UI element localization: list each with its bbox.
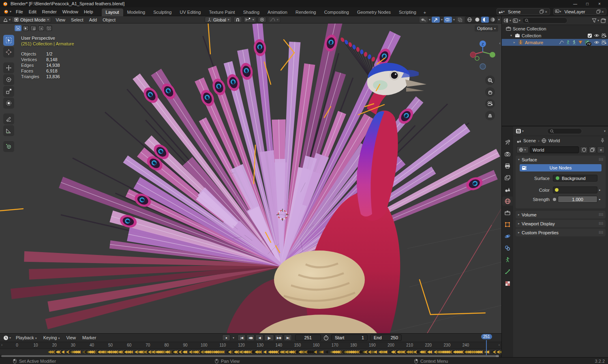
outliner-display-mode-button[interactable]: ▾ xyxy=(503,18,511,23)
tab-layout[interactable]: Layout xyxy=(102,9,123,16)
keyframe-marker[interactable]: ◀ xyxy=(61,349,63,354)
shading-material-button[interactable] xyxy=(481,17,489,23)
keyframe-marker[interactable]: ◀ xyxy=(372,349,374,354)
tab-object-constraint-properties[interactable] xyxy=(502,244,513,253)
tab-scripting[interactable]: Scripting xyxy=(395,9,420,16)
next-keyframe-button[interactable]: ▶◆ xyxy=(275,334,283,341)
menu-edit[interactable]: Edit xyxy=(26,9,39,15)
object-visibility-dropdown[interactable] xyxy=(420,17,428,23)
annotate-tool[interactable] xyxy=(3,113,14,124)
render-visibility-camera-icon[interactable] xyxy=(601,33,606,38)
keyframe-marker[interactable]: ◀ xyxy=(258,349,260,354)
timeline-menu-marker[interactable]: Marker xyxy=(79,335,99,340)
select-box-tool[interactable] xyxy=(3,35,14,46)
add-cube-tool[interactable] xyxy=(3,141,14,152)
copy-icon[interactable] xyxy=(596,9,601,14)
timeline-ruler[interactable]: › ‹ 010203040506070809010011012013014015… xyxy=(0,342,501,349)
close-button[interactable]: × xyxy=(593,0,606,7)
previous-keyframe-button[interactable]: ◀◆ xyxy=(246,334,255,341)
options-dropdown[interactable]: Options ▾ xyxy=(475,25,498,32)
timeline-menu-keying[interactable]: Keying ▾ xyxy=(41,335,63,340)
viewport-menu-select[interactable]: Select xyxy=(68,17,86,22)
timeline-menu-playback[interactable]: Playback ▾ xyxy=(13,335,40,340)
breadcrumb-world[interactable]: World xyxy=(548,138,560,143)
tab-shading[interactable]: Shading xyxy=(239,9,263,16)
tab-sculpting[interactable]: Sculpting xyxy=(149,9,176,16)
tab-uv-editing[interactable]: UV Editing xyxy=(176,9,205,16)
overlays-toggle[interactable] xyxy=(444,17,452,23)
new-collection-button[interactable] xyxy=(601,18,606,23)
camera-view-button[interactable] xyxy=(485,99,495,109)
playhead[interactable]: 251 xyxy=(481,334,492,339)
keyframe-marker[interactable]: ◀ xyxy=(384,349,386,354)
record-button[interactable]: ● xyxy=(222,334,230,341)
shading-rendered-button[interactable] xyxy=(489,17,497,23)
keyframe-marker[interactable]: ◀ xyxy=(77,349,79,354)
panel-grip-icon[interactable]: ⠿⠿ xyxy=(599,158,603,162)
copy-icon[interactable] xyxy=(539,9,544,14)
tab-bone-properties[interactable] xyxy=(502,267,513,276)
select-mode-set[interactable] xyxy=(15,25,21,31)
surface-value-dropdown[interactable]: Background xyxy=(553,175,597,182)
world-browse-button[interactable]: ▾ xyxy=(516,146,529,153)
end-frame-field[interactable]: End250 xyxy=(370,334,402,341)
tab-world-properties[interactable] xyxy=(502,197,513,206)
tab-rendering[interactable]: Rendering xyxy=(291,9,320,16)
select-mode-intersect[interactable] xyxy=(45,25,52,31)
keyframe-marker[interactable]: ◀ xyxy=(184,349,186,354)
falloff-dropdown[interactable]: ▾ xyxy=(268,17,280,23)
editor-type-button[interactable]: ▾ xyxy=(2,17,12,22)
exclude-checkbox[interactable] xyxy=(587,33,592,38)
keyframe-marker[interactable]: ◀ xyxy=(312,349,314,354)
properties-editor-type-button[interactable]: ▾ xyxy=(516,128,524,134)
pin-icon[interactable] xyxy=(600,138,605,143)
shading-wireframe-button[interactable] xyxy=(466,17,473,23)
blender-menu-button[interactable]: ▾ xyxy=(2,9,13,14)
play-reverse-button[interactable]: ◀ xyxy=(255,334,263,341)
transform-orientation-dropdown[interactable]: Global ▾ xyxy=(205,17,232,23)
outliner-row-armature[interactable]: ▸ Armature 72 xyxy=(502,39,608,46)
keyframe-marker[interactable]: ◀ xyxy=(477,349,480,354)
menu-help[interactable]: Help xyxy=(81,9,96,15)
viewport-menu-view[interactable]: View xyxy=(53,17,68,22)
minimize-button[interactable]: — xyxy=(569,0,581,7)
snap-toggle[interactable] xyxy=(233,17,242,23)
keyframe-marker[interactable]: ◀ xyxy=(429,349,431,354)
3d-viewport[interactable]: User Perspective (251) Collection | Arma… xyxy=(0,24,501,333)
snapping-dropdown[interactable]: ▾ xyxy=(244,17,256,23)
tab-scene-properties[interactable] xyxy=(502,185,513,194)
fake-user-button[interactable] xyxy=(580,146,588,153)
start-frame-field[interactable]: Start1 xyxy=(331,334,368,341)
custom-properties-panel-header[interactable]: ▸ Custom Properties ⠿⠿ xyxy=(516,229,606,236)
keyframe-marker[interactable]: ◀ xyxy=(374,349,376,354)
jump-to-start-button[interactable]: |◀ xyxy=(238,334,246,341)
keyframe-marker[interactable]: ◀ xyxy=(382,349,384,354)
keyframe-marker[interactable]: ◀ xyxy=(314,349,316,354)
outliner-filter-button[interactable]: ▾ xyxy=(592,18,599,23)
remove-viewlayer-icon[interactable]: × xyxy=(601,9,605,14)
tab-object-data-properties[interactable] xyxy=(502,255,513,264)
move-tool[interactable] xyxy=(3,62,14,73)
tab-output-properties[interactable] xyxy=(502,161,513,170)
unlink-scene-icon[interactable]: × xyxy=(544,9,548,14)
keyframe-marker[interactable]: ◀ xyxy=(480,349,482,354)
properties-search-input[interactable] xyxy=(547,128,582,134)
xray-toggle[interactable] xyxy=(456,17,464,23)
hide-eye-icon[interactable] xyxy=(594,33,599,38)
tab-collection-properties[interactable] xyxy=(502,208,513,217)
tab-animation[interactable]: Animation xyxy=(263,9,291,16)
maximize-button[interactable]: □ xyxy=(581,0,593,7)
world-name-field[interactable]: World xyxy=(530,146,579,153)
viewport-menu-add[interactable]: Add xyxy=(86,17,100,22)
stopwatch-icon[interactable] xyxy=(323,335,329,340)
outliner-filter-mode-button[interactable]: ▾ xyxy=(513,18,520,23)
use-nodes-button[interactable]: Use Nodes xyxy=(520,164,602,171)
tab-compositing[interactable]: Compositing xyxy=(320,9,353,16)
tab-geometry-nodes[interactable]: Geometry Nodes xyxy=(353,9,395,16)
viewlayer-selector[interactable]: ▾ ViewLayer × xyxy=(553,8,606,15)
keyframe-marker[interactable]: ◀ xyxy=(500,349,501,354)
region-collapse-icon[interactable]: ‹ xyxy=(499,41,501,45)
menu-window[interactable]: Window xyxy=(60,9,81,15)
keyframe-band[interactable]: ◀◀◀◀◀◀◀◀◀◀◀◀◀◀◀◀◀◀◀◀◀◀◀◀◀◀◀◀◀◀◀◀◀◀◀◀◀◀◀◀… xyxy=(0,349,501,355)
tab-modeling[interactable]: Modeling xyxy=(123,9,150,16)
